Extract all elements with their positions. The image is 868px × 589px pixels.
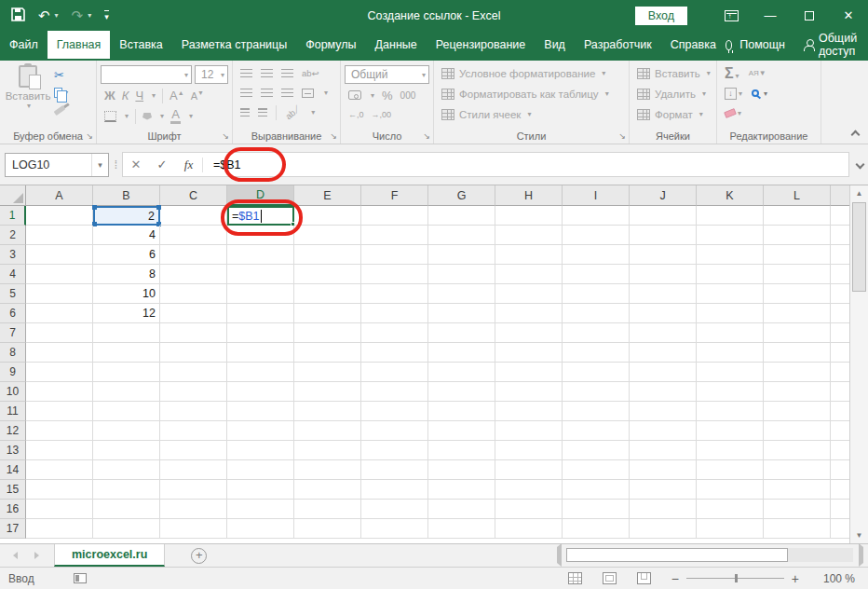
fill-color-dropdown-icon[interactable]: ▾	[160, 112, 164, 120]
increase-indent-icon[interactable]	[258, 108, 267, 116]
scroll-down-icon[interactable]: ▼	[850, 527, 868, 543]
row-header-1[interactable]: 1	[0, 206, 26, 226]
cell-K17[interactable]	[697, 519, 764, 539]
selection-handle-tl[interactable]	[92, 205, 97, 210]
cell-D4[interactable]	[227, 265, 294, 284]
save-icon[interactable]	[11, 7, 25, 23]
paste-dropdown-icon[interactable]: ▾	[27, 102, 31, 110]
normal-view-icon[interactable]	[568, 572, 582, 584]
align-right-icon[interactable]	[281, 89, 293, 97]
column-header-G[interactable]: G	[428, 185, 495, 206]
grow-font-button[interactable]: А▲	[170, 89, 184, 103]
cell-L5[interactable]	[764, 284, 831, 304]
clear-button[interactable]: ▾	[725, 109, 741, 117]
cell-I6[interactable]	[563, 304, 630, 323]
row-header-2[interactable]: 2	[0, 226, 26, 245]
cell-I13[interactable]	[563, 441, 630, 460]
cell-B13[interactable]	[93, 441, 160, 460]
select-all-button[interactable]	[0, 185, 26, 206]
cell-K5[interactable]	[697, 284, 764, 304]
cell-J12[interactable]	[630, 421, 697, 441]
align-center-icon[interactable]	[261, 89, 273, 97]
accounting-format-icon[interactable]	[348, 90, 361, 100]
cell-A6[interactable]	[26, 304, 93, 323]
cell-H8[interactable]	[495, 343, 563, 363]
cell-C3[interactable]	[160, 245, 227, 265]
cell-H11[interactable]	[495, 402, 563, 421]
cell-G13[interactable]	[428, 441, 495, 460]
cell-K13[interactable]	[697, 441, 764, 460]
underline-dropdown-icon[interactable]: ▾	[152, 91, 156, 100]
cell-J1[interactable]	[630, 206, 697, 226]
column-header-H[interactable]: H	[495, 185, 563, 206]
expand-formula-bar-icon[interactable]	[856, 160, 865, 170]
font-dialog-launcher[interactable]: ↘	[222, 132, 229, 141]
cell-K11[interactable]	[697, 402, 764, 421]
page-break-view-icon[interactable]	[637, 572, 651, 584]
cell-K3[interactable]	[697, 245, 764, 265]
cell-H16[interactable]	[495, 500, 563, 519]
cell-G15[interactable]	[428, 480, 495, 500]
cell-E4[interactable]	[294, 265, 361, 284]
cell-A13[interactable]	[26, 441, 93, 460]
cell-I5[interactable]	[563, 284, 630, 304]
cell-C5[interactable]	[160, 284, 227, 304]
wrap-text-icon[interactable]: ab↩	[302, 69, 319, 78]
redo-dropdown-icon[interactable]: ▾	[88, 11, 91, 20]
cell-A4[interactable]	[26, 265, 93, 284]
cell-J9[interactable]	[630, 363, 697, 382]
cell-B4[interactable]: 8	[93, 265, 160, 284]
underline-button[interactable]: Ч	[135, 89, 143, 103]
cell-D12[interactable]	[227, 421, 294, 441]
name-box[interactable]: LOG10 ▾	[5, 153, 109, 177]
cell-C6[interactable]	[160, 304, 227, 323]
cell-E15[interactable]	[294, 480, 361, 500]
cell-E8[interactable]	[294, 343, 361, 363]
merge-dropdown-icon[interactable]: ▾	[324, 89, 328, 97]
borders-dropdown-icon[interactable]: ▾	[125, 112, 129, 120]
cell-I1[interactable]	[563, 206, 630, 226]
cell-F15[interactable]	[361, 480, 428, 500]
column-header-J[interactable]: J	[630, 185, 697, 206]
cell-E7[interactable]	[294, 323, 361, 343]
cell-G17[interactable]	[428, 519, 495, 539]
cell-D1[interactable]: =$B1	[227, 206, 294, 226]
merge-center-icon[interactable]	[302, 89, 314, 98]
cell-J6[interactable]	[630, 304, 697, 323]
row-header-6[interactable]: 6	[0, 304, 26, 323]
cell-D11[interactable]	[227, 402, 294, 421]
format-as-table-button[interactable]: Форматировать как таблицу▾	[441, 86, 625, 102]
cell-A7[interactable]	[26, 323, 93, 343]
cancel-button[interactable]: ✕	[123, 158, 149, 171]
cell-B2[interactable]: 4	[93, 226, 160, 245]
cell-E9[interactable]	[294, 363, 361, 382]
cell-L8[interactable]	[764, 343, 831, 363]
delete-cells-button[interactable]: Удалить▾	[637, 86, 712, 102]
number-format-combo[interactable]: Общий▾	[345, 65, 429, 84]
align-top-icon[interactable]	[240, 69, 252, 77]
cell-C14[interactable]	[160, 460, 227, 480]
assistant-button[interactable]: Помощн	[739, 38, 785, 51]
cell-B6[interactable]: 12	[93, 304, 160, 323]
cell-C2[interactable]	[160, 226, 227, 245]
clipboard-dialog-launcher[interactable]: ↘	[86, 132, 93, 141]
bold-button[interactable]: Ж	[104, 89, 115, 103]
cell-E10[interactable]	[294, 382, 361, 402]
cell-H2[interactable]	[495, 226, 563, 245]
fill-color-icon[interactable]	[142, 113, 152, 120]
insert-function-button[interactable]: fx	[175, 158, 203, 172]
column-header-A[interactable]: A	[26, 185, 93, 206]
cell-E6[interactable]	[294, 304, 361, 323]
cell-E16[interactable]	[294, 500, 361, 519]
cell-F13[interactable]	[361, 441, 428, 460]
cell-F12[interactable]	[361, 421, 428, 441]
cell-G14[interactable]	[428, 460, 495, 480]
cell-L9[interactable]	[764, 363, 831, 382]
cell-D5[interactable]	[227, 284, 294, 304]
cell-F16[interactable]	[361, 500, 428, 519]
cell-C11[interactable]	[160, 402, 227, 421]
cell-K12[interactable]	[697, 421, 764, 441]
cell-F14[interactable]	[361, 460, 428, 480]
paste-button[interactable]: Вставить ▾	[7, 65, 48, 128]
cell-A17[interactable]	[26, 519, 93, 539]
